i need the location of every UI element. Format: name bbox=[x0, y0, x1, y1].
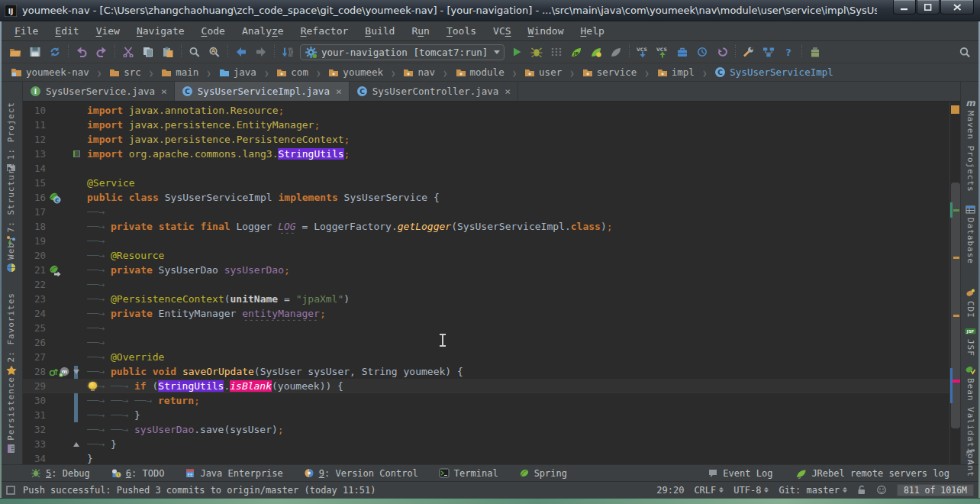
code-line[interactable]: import javax.persistence.PersistenceCont… bbox=[81, 132, 949, 147]
encoding-selector[interactable]: UTF-8 bbox=[733, 485, 769, 496]
code-line[interactable]: import javax.persistence.EntityManager; bbox=[81, 118, 949, 132]
caret-position[interactable]: 29:20 bbox=[656, 485, 684, 496]
tool-window-button-persistence[interactable]: Persistence bbox=[0, 376, 22, 454]
fold-marker-icon[interactable] bbox=[73, 370, 79, 374]
override-icon[interactable] bbox=[49, 367, 58, 377]
tool-window-button-6-todo[interactable]: 6: TODO bbox=[111, 468, 165, 479]
hector-inspections-icon[interactable] bbox=[876, 485, 887, 495]
copy-button[interactable] bbox=[139, 43, 157, 61]
stripe-mark-change[interactable] bbox=[950, 202, 953, 218]
save-button[interactable] bbox=[26, 43, 44, 61]
tool-window-button-spring[interactable]: Spring bbox=[519, 468, 567, 479]
menu-run[interactable]: Run bbox=[403, 21, 437, 41]
open-folder-button[interactable] bbox=[6, 43, 24, 61]
close-tab-icon[interactable]: × bbox=[336, 86, 342, 97]
structure-button[interactable] bbox=[759, 43, 778, 61]
line-order-button[interactable]: 011001 bbox=[279, 43, 297, 61]
editor-tab-sysuserserviceimpl-java[interactable]: CSysUserServiceImpl.java× bbox=[175, 82, 350, 101]
vcs-up-button[interactable]: VCS bbox=[653, 43, 672, 61]
tool-window-button-jsf[interactable]: JSFJSF bbox=[961, 326, 980, 357]
debug-tb-button[interactable] bbox=[527, 43, 546, 61]
tool-window-button-database[interactable]: Database bbox=[961, 205, 980, 264]
tool-window-button-ant[interactable]: Ant bbox=[961, 447, 980, 477]
breadcrumb-item-com[interactable]: com bbox=[275, 66, 310, 78]
line-number[interactable]: 34 bbox=[23, 453, 46, 464]
line-number[interactable]: 17 bbox=[23, 206, 46, 218]
code-line[interactable]: ──→public void saveOrUpdate(SysUser sysU… bbox=[81, 364, 949, 379]
stripe-mark-ok[interactable] bbox=[953, 209, 959, 212]
search-everywhere-button[interactable] bbox=[956, 43, 974, 61]
breadcrumb-item-sysuserserviceimpl[interactable]: CSysUserServiceImpl bbox=[713, 66, 834, 78]
sync-button[interactable] bbox=[46, 43, 64, 61]
line-number[interactable]: 31 bbox=[23, 409, 46, 421]
toolwindow-toggle-icon[interactable] bbox=[6, 486, 15, 495]
code-line[interactable]: ──→ bbox=[81, 335, 949, 350]
close-tab-icon[interactable]: × bbox=[505, 86, 511, 97]
breadcrumb-item-service[interactable]: service bbox=[581, 66, 639, 78]
history-button[interactable] bbox=[693, 43, 711, 61]
breadcrumb-item-src[interactable]: src bbox=[108, 66, 143, 78]
line-number[interactable]: 23 bbox=[23, 293, 46, 305]
stripe-mark-change[interactable] bbox=[950, 368, 953, 403]
line-ending-selector[interactable]: CRLF bbox=[694, 485, 724, 496]
line-number[interactable]: 22 bbox=[23, 279, 46, 290]
menu-tools[interactable]: Tools bbox=[438, 21, 485, 41]
vcs-down-button[interactable]: VCS bbox=[633, 43, 652, 61]
tool-window-button-web[interactable]: Web bbox=[0, 242, 22, 273]
menu-refactor[interactable]: Refactor bbox=[292, 21, 357, 41]
code-line[interactable]: ──→──→sysUserDao.save(sysUser); bbox=[81, 422, 949, 437]
code-line[interactable]: ──→} bbox=[81, 437, 949, 451]
tool-window-button-java-enterprise[interactable]: EEJava Enterprise bbox=[185, 468, 282, 479]
jrebel-debug-button[interactable] bbox=[587, 43, 605, 61]
stripe-mark-usage[interactable] bbox=[953, 380, 960, 383]
editor-tab-sysuserservice-java[interactable]: ISysUserService.java× bbox=[23, 82, 175, 101]
redo-button[interactable] bbox=[92, 43, 111, 61]
run-configuration-selector[interactable]: your-navigation [tomcat7:run] bbox=[300, 44, 505, 60]
unlock-icon[interactable] bbox=[857, 485, 866, 495]
breadcrumb-item-main[interactable]: main bbox=[160, 66, 200, 78]
profile-button[interactable] bbox=[607, 43, 625, 61]
cut-button[interactable] bbox=[119, 43, 137, 61]
code-line[interactable]: ──→──→if (StringUtils.isBlank(youmeek)) … bbox=[81, 379, 949, 393]
menu-window[interactable]: Window bbox=[520, 21, 572, 41]
code-line[interactable]: @Service bbox=[81, 176, 949, 190]
close-tab-icon[interactable]: × bbox=[161, 86, 167, 97]
memory-indicator[interactable]: 811 of 1016M bbox=[897, 484, 974, 496]
line-number[interactable]: 13 bbox=[23, 148, 46, 160]
line-number[interactable]: 32 bbox=[23, 424, 46, 435]
rollback-button[interactable] bbox=[713, 43, 731, 61]
line-number[interactable]: 19 bbox=[23, 235, 46, 247]
paste-button[interactable] bbox=[159, 43, 177, 61]
code-line[interactable]: ──→@PersistenceContext(unitName = "jpaXm… bbox=[81, 292, 949, 306]
jrebel-run-button[interactable]: JR bbox=[567, 43, 585, 61]
maximize-button[interactable] bbox=[917, 0, 940, 15]
toolbox-button[interactable] bbox=[673, 43, 691, 61]
line-number[interactable]: 20 bbox=[23, 250, 46, 261]
tool-window-button-jrebel-remote-servers-log[interactable]: JRebel remote servers log bbox=[795, 468, 949, 479]
spring-autowire-icon[interactable] bbox=[49, 264, 61, 276]
line-number[interactable]: 21 bbox=[23, 264, 46, 276]
jrebel-mark-icon[interactable]: m bbox=[59, 367, 69, 377]
forward-button[interactable] bbox=[252, 43, 270, 61]
code-line[interactable]: ──→ bbox=[81, 277, 949, 292]
code-line[interactable]: ──→ bbox=[81, 234, 949, 248]
back-button[interactable] bbox=[232, 43, 250, 61]
code-line[interactable]: ──→private EntityManager entityManager; bbox=[81, 306, 949, 321]
editor[interactable]: 10import javax.annotation.Resource;11imp… bbox=[23, 102, 960, 464]
menu-navigate[interactable]: Navigate bbox=[128, 21, 193, 41]
breadcrumb-item-user[interactable]: user bbox=[523, 66, 563, 78]
code-line[interactable]: ──→private static final Logger LOG = Log… bbox=[81, 219, 949, 234]
breadcrumb-item-nav[interactable]: nav bbox=[401, 66, 437, 78]
menu-code[interactable]: Code bbox=[193, 21, 234, 41]
line-number[interactable]: 27 bbox=[23, 351, 46, 363]
code-line[interactable]: ──→@Override bbox=[81, 350, 949, 364]
menu-vcs[interactable]: VCS bbox=[485, 21, 519, 41]
line-number[interactable]: 16 bbox=[23, 192, 46, 203]
line-number[interactable]: 30 bbox=[23, 395, 46, 406]
line-number[interactable]: 15 bbox=[23, 177, 46, 189]
tool-window-button-1-project[interactable]: 1: Project bbox=[0, 102, 22, 172]
code-line[interactable]: ──→@Resource bbox=[81, 248, 949, 263]
code-line[interactable]: ──→ bbox=[81, 321, 949, 335]
settings-button[interactable] bbox=[740, 43, 758, 61]
undo-button[interactable] bbox=[73, 43, 91, 61]
